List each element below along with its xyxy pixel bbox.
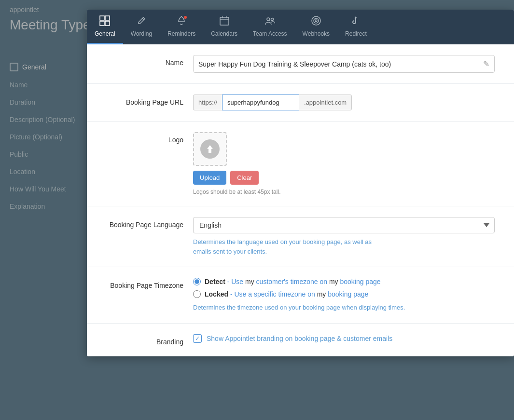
url-wrapper: https:// .appointlet.com <box>193 95 495 110</box>
timezone-detect-text: Detect - Use my customer's timezone on m… <box>205 278 381 285</box>
url-slug-input[interactable] <box>222 95 299 110</box>
tab-team-access-label: Team Access <box>253 30 287 37</box>
modal-content: Name ✎ Booking Page URL https:// .appoin <box>87 44 514 356</box>
language-row: Booking Page Language English French Spa… <box>106 217 495 256</box>
edit-icon: ✎ <box>478 55 494 72</box>
booking-url-control: https:// .appointlet.com <box>193 95 495 110</box>
calendars-tab-icon <box>219 15 230 27</box>
language-section: Booking Page Language English French Spa… <box>87 206 514 267</box>
booking-url-row: Booking Page URL https:// .appointlet.co… <box>106 95 495 110</box>
timezone-section: Booking Page Timezone Detect - Use my cu… <box>87 267 514 324</box>
tab-wording-label: Wording <box>131 30 152 37</box>
timezone-control: Detect - Use my customer's timezone on m… <box>193 278 495 312</box>
timezone-locked-text: Locked - Use a specific timezone on my b… <box>205 290 368 298</box>
upload-button[interactable]: Upload <box>193 171 226 185</box>
timezone-detect-option[interactable]: Detect - Use my customer's timezone on m… <box>193 278 495 285</box>
svg-point-13 <box>314 18 319 23</box>
timezone-row: Booking Page Timezone Detect - Use my cu… <box>106 278 495 312</box>
tab-redirect[interactable]: Redirect <box>337 10 375 44</box>
logo-row: Logo Upload Clear Logos should be at lea <box>106 132 495 195</box>
branding-checkbox-row: ✓ Show Appointlet branding on booking pa… <box>193 334 495 343</box>
tab-calendars[interactable]: Calendars <box>203 10 245 44</box>
language-control: English French Spanish German Portuguese… <box>193 217 495 256</box>
team-access-tab-icon <box>264 15 275 27</box>
svg-point-12 <box>312 16 320 25</box>
modal: General Wording Reminders <box>87 10 514 356</box>
booking-url-label: Booking Page URL <box>106 95 183 106</box>
url-suffix: .appointlet.com <box>299 95 352 110</box>
logo-label: Logo <box>106 132 183 144</box>
tab-general[interactable]: General <box>87 10 123 44</box>
timezone-radio-group: Detect - Use my customer's timezone on m… <box>193 278 495 298</box>
name-section: Name ✎ <box>87 44 514 84</box>
svg-point-11 <box>271 18 274 21</box>
logo-section: Logo Upload Clear Logos should be at lea <box>87 122 514 206</box>
tab-webhooks[interactable]: Webhooks <box>295 10 337 44</box>
tab-team-access[interactable]: Team Access <box>245 10 295 44</box>
branding-checkbox[interactable]: ✓ <box>193 334 202 343</box>
timezone-locked-radio[interactable] <box>193 290 201 298</box>
tab-reminders-label: Reminders <box>167 30 195 37</box>
logo-btn-group: Upload Clear <box>193 171 495 185</box>
svg-rect-0 <box>100 16 104 20</box>
language-description: Determines the language used on your boo… <box>193 237 495 256</box>
url-prefix: https:// <box>193 95 222 110</box>
reminders-tab-icon <box>176 15 187 27</box>
tab-reminders[interactable]: Reminders <box>160 10 203 44</box>
name-input-wrapper: ✎ <box>193 55 495 73</box>
name-label: Name <box>106 55 183 67</box>
language-select[interactable]: English French Spanish German Portuguese <box>193 217 495 233</box>
tab-redirect-label: Redirect <box>345 30 367 37</box>
timezone-locked-option[interactable]: Locked - Use a specific timezone on my b… <box>193 290 495 298</box>
name-row: Name ✎ <box>106 55 495 73</box>
timezone-detect-radio[interactable] <box>193 278 201 285</box>
svg-point-10 <box>267 18 270 21</box>
general-tab-icon <box>99 15 110 27</box>
branding-row-container: Branding ✓ Show Appointlet branding on b… <box>106 334 495 346</box>
svg-rect-2 <box>100 21 104 26</box>
logo-control: Upload Clear Logos should be at least 45… <box>193 132 495 195</box>
svg-rect-1 <box>105 16 110 20</box>
branding-checkbox-label: Show Appointlet branding on booking page… <box>207 335 392 342</box>
svg-point-14 <box>315 20 317 22</box>
logo-default-icon <box>200 139 220 159</box>
booking-url-section: Booking Page URL https:// .appointlet.co… <box>87 84 514 122</box>
name-input[interactable] <box>194 56 478 72</box>
tab-general-label: General <box>95 30 115 37</box>
branding-control: ✓ Show Appointlet branding on booking pa… <box>193 334 495 343</box>
logo-hint: Logos should be at least 45px tall. <box>193 189 495 195</box>
branding-label-field: Branding <box>106 334 183 346</box>
tab-calendars-label: Calendars <box>211 30 237 37</box>
svg-rect-3 <box>105 21 110 26</box>
svg-rect-6 <box>220 17 229 25</box>
webhooks-tab-icon <box>311 15 321 27</box>
svg-point-5 <box>184 16 187 19</box>
tab-webhooks-label: Webhooks <box>303 30 330 37</box>
clear-button[interactable]: Clear <box>230 171 259 185</box>
name-control: ✎ <box>193 55 495 73</box>
timezone-hint: Determines the timezone used on your boo… <box>193 303 495 312</box>
timezone-label: Booking Page Timezone <box>106 278 183 289</box>
branding-section: Branding ✓ Show Appointlet branding on b… <box>87 324 514 356</box>
language-label: Booking Page Language <box>106 217 183 229</box>
svg-marker-15 <box>207 145 213 153</box>
redirect-tab-icon <box>350 15 361 27</box>
logo-placeholder <box>193 132 227 166</box>
modal-tabs: General Wording Reminders <box>87 10 514 44</box>
tab-wording[interactable]: Wording <box>123 10 160 44</box>
wording-tab-icon <box>136 15 147 27</box>
